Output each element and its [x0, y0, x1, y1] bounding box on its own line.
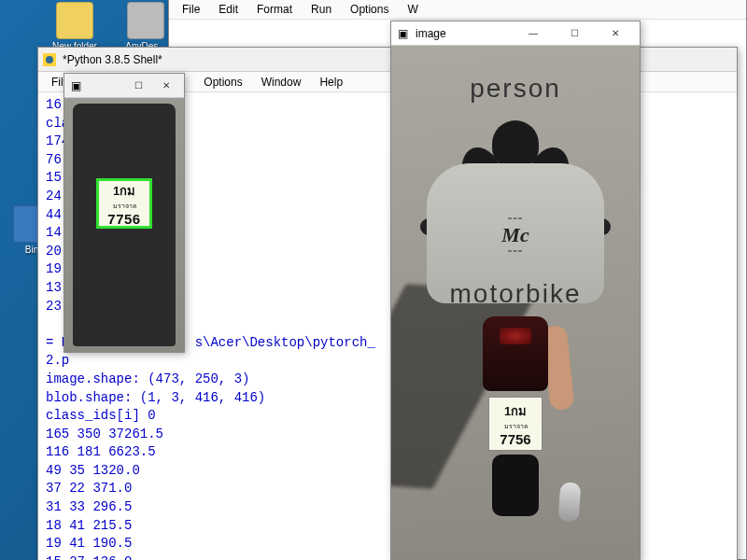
menu-options[interactable]: Options — [194, 74, 251, 91]
output-line: 165 350 37261.5 — [46, 427, 163, 441]
image-window: ▣ image — ☐ ✕ person === Mc === motorbik… — [390, 21, 641, 560]
output-line: 19 41 190.5 — [46, 536, 132, 551]
menu-help[interactable]: Help — [310, 74, 352, 91]
motorbike-rear: 1กม มราจาล 7756 — [464, 316, 567, 540]
python-shell-icon — [42, 52, 57, 67]
plate-line3: 7756 — [99, 211, 149, 227]
output-line: 15 — [46, 170, 62, 185]
image-app-icon: ▣ — [68, 78, 83, 93]
exhaust-pipe — [558, 482, 582, 522]
head — [492, 120, 539, 167]
close-button[interactable]: ✕ — [152, 74, 180, 98]
menu-edit[interactable]: Edit — [209, 1, 247, 18]
window-controls: ☐ ✕ — [124, 74, 180, 98]
image-canvas: person === Mc === motorbike 1กม — [391, 46, 640, 560]
menu-window[interactable]: W — [398, 1, 427, 18]
output-line: 24 — [46, 189, 62, 203]
plate-line1: 1กม — [99, 181, 149, 201]
output-line: 13 — [46, 280, 62, 295]
output-line: 49 35 1320.0 — [46, 463, 140, 478]
output-line: 44 — [46, 207, 62, 222]
plate-line3: 7756 — [489, 431, 542, 447]
menu-format[interactable]: Format — [247, 1, 302, 18]
desktop-icon-new-folder[interactable]: New folder — [47, 2, 103, 51]
license-plate: 1กม มราจาล 7756 — [488, 397, 543, 451]
motorbike-rear-thumbnail: 1กม มราจาล 7756 — [73, 104, 176, 346]
minimize-button[interactable]: — — [513, 21, 554, 46]
output-line: 37 22 371.0 — [46, 481, 132, 496]
desktop-icon-anydesk[interactable]: AnyDes... — [118, 2, 174, 51]
output-line: 14 — [46, 225, 62, 240]
jacket-logo: === Mc === — [478, 215, 553, 252]
folder-icon — [56, 2, 93, 39]
menubar: File Edit Format Run Options W — [169, 0, 746, 20]
image-app-icon: ▣ — [395, 26, 410, 41]
menu-run[interactable]: Run — [302, 1, 341, 18]
license-plate-detected: 1กม มราจาล 7756 — [96, 178, 152, 229]
output-line: blob.shape: (1, 3, 416, 416) — [46, 390, 265, 405]
output-line: 23 — [46, 299, 62, 314]
plate-line1: 1กม — [489, 401, 542, 421]
maximize-button[interactable]: ☐ — [554, 21, 595, 46]
output-line: 20 — [46, 244, 62, 259]
rear-wheel — [492, 455, 539, 516]
menu-window[interactable]: Window — [252, 74, 311, 91]
window-title: image — [416, 27, 513, 40]
output-line: class_ids[i] 0 — [46, 408, 156, 423]
logo-text: Mc — [478, 223, 553, 247]
output-line: 19 — [46, 261, 62, 276]
anydesk-icon — [127, 2, 164, 39]
detection-label-person: person — [470, 74, 561, 104]
titlebar[interactable]: ▣ image — ☐ ✕ — [391, 21, 640, 46]
titlebar[interactable]: ▣ ☐ ✕ — [64, 74, 184, 98]
small-image-window: ▣ ☐ ✕ 1กม มราจาล 7756 — [63, 73, 185, 353]
output-line: 31 33 296.5 — [46, 499, 132, 514]
maximize-button[interactable]: ☐ — [124, 74, 152, 98]
plate-line2: มราจาล — [99, 201, 149, 211]
output-line: 15 27 136.0 — [46, 554, 132, 560]
close-button[interactable]: ✕ — [595, 21, 636, 46]
menu-file[interactable]: File — [173, 1, 209, 18]
detection-label-motorbike: motorbike — [450, 279, 582, 309]
output-line: 76 — [46, 152, 62, 167]
output-line: 16 — [46, 97, 62, 112]
image-canvas: 1กม มราจาล 7756 — [64, 98, 184, 352]
tail-light-icon — [500, 328, 531, 344]
logo-line: === — [478, 247, 553, 256]
output-line: 18 41 215.5 — [46, 518, 132, 533]
output-line: image.shape: (473, 250, 3) — [46, 371, 249, 386]
logo-line: === — [478, 215, 553, 223]
output-line: 2.p — [46, 353, 69, 368]
tail-light-housing — [483, 316, 548, 391]
output-line: 116 181 6623.5 — [46, 444, 156, 459]
menu-options[interactable]: Options — [341, 1, 398, 18]
plate-line2: มราจาล — [489, 421, 542, 431]
window-controls: — ☐ ✕ — [513, 21, 636, 46]
